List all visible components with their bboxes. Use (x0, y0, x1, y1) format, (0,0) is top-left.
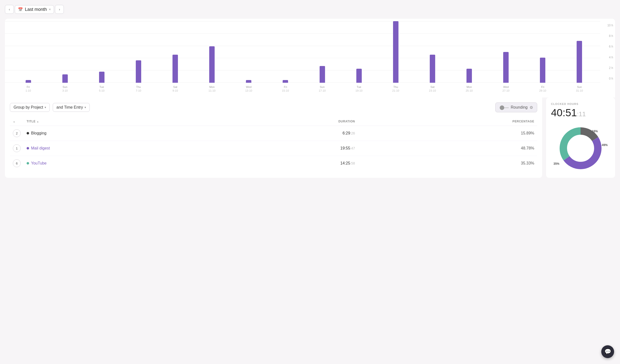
project-title[interactable]: YouTube (31, 161, 47, 165)
y-axis-labels: 10 h 8 h 6 h 4 h 2 h 0 h (607, 21, 613, 83)
data-table: ⌄ TITLE ▲ DURATION PERCENTAGE 2 (10, 117, 537, 171)
col-toggle: ⌄ (10, 117, 24, 126)
duration-sec: :47 (350, 146, 355, 150)
calendar-icon: 📅 (18, 7, 23, 12)
stats-panel: CLOCKED HOURS 40:51:11 16% 49% 35% (546, 98, 615, 178)
bar-group (377, 21, 414, 83)
chat-button[interactable]: 💬 (601, 345, 614, 358)
col-duration-header: DURATION (212, 117, 358, 126)
donut-label-16: 16% (592, 130, 598, 133)
table-row: 1 Mail digest 19:55:47 48.78% (10, 141, 537, 156)
close-icon[interactable]: × (49, 7, 51, 11)
bar-group (488, 21, 524, 83)
duration-main: 14:25 (340, 161, 350, 165)
next-button[interactable]: › (55, 5, 64, 14)
bar-group (10, 21, 47, 83)
row-num-cell: 6 (10, 156, 24, 171)
bar-group (524, 21, 561, 83)
table-controls: Group by Project ▾ and Time Entry ▾ ⬤— R… (10, 102, 537, 112)
row-percentage-cell: 48.78% (358, 141, 537, 156)
bar-group (120, 21, 157, 83)
table-body: 2 Blogging 6:29:26 15.89% 1 Mail digest … (10, 126, 537, 171)
time-sec: :11 (577, 110, 586, 118)
row-percentage-cell: 15.89% (358, 126, 537, 141)
col-percentage-header: PERCENTAGE (358, 117, 537, 126)
project-name: Blogging (27, 131, 209, 135)
collapse-icon[interactable]: ⌄ (13, 120, 16, 123)
y-label-10h: 10 h (607, 24, 613, 27)
row-num-cell: 1 (10, 141, 24, 156)
donut-chart: 16% 49% 35% (556, 124, 605, 173)
bar-group (267, 21, 304, 83)
group-by-label: Group by Project (14, 105, 43, 110)
row-number: 1 (13, 144, 21, 152)
x-axis-labels: Fri1-10Sun3-10Tue5-10Thu7-10Sat9-10Mon11… (10, 84, 598, 97)
sort-icon: ▲ (36, 120, 39, 123)
table-header-row: ⌄ TITLE ▲ DURATION PERCENTAGE (10, 117, 537, 126)
bar-x-label: Fri15-10 (267, 84, 304, 97)
donut-svg (556, 124, 605, 173)
dot-icon (27, 162, 29, 165)
bars-area (10, 21, 598, 83)
bar-group (414, 21, 451, 83)
bar-x-label: Sat23-10 (414, 84, 451, 97)
bar (577, 41, 582, 83)
bar (62, 74, 68, 83)
row-duration-cell: 14:25:58 (212, 156, 358, 171)
y-label-2h: 2 h (607, 66, 613, 70)
gear-icon: ⚙ (530, 105, 533, 110)
bar-x-label: Tue5-10 (83, 84, 120, 97)
rounding-button[interactable]: ⬤— Rounding ⚙ (495, 102, 537, 112)
bar (466, 69, 472, 83)
row-title-cell: YouTube (24, 156, 212, 171)
bar-x-label: Sun31-10 (561, 84, 598, 97)
date-pill[interactable]: 📅 Last month × (15, 5, 54, 14)
bar-x-label: Sun3-10 (47, 84, 83, 97)
bar (283, 80, 288, 83)
dot-icon (27, 132, 29, 134)
group-by-dropdown[interactable]: Group by Project ▾ (10, 103, 50, 112)
project-title[interactable]: Mail digest (31, 146, 50, 150)
time-entry-dropdown[interactable]: and Time Entry ▾ (53, 103, 90, 112)
duration-main: 19:55 (340, 146, 350, 150)
toggle-icon: ⬤— (499, 105, 509, 110)
donut-label-49: 49% (602, 143, 608, 147)
project-name: Mail digest (27, 146, 209, 150)
bottom-section: Group by Project ▾ and Time Entry ▾ ⬤— R… (5, 98, 615, 178)
duration-sec: :26 (350, 131, 355, 135)
duration-main: 6:29 (343, 131, 350, 135)
y-label-8h: 8 h (607, 34, 613, 38)
bar-group (304, 21, 341, 83)
bar (136, 60, 141, 83)
date-label: Last month (25, 7, 47, 12)
bar (246, 80, 251, 83)
chat-icon: 💬 (604, 348, 611, 355)
bar-x-label: Fri1-10 (10, 84, 47, 97)
bar-x-label: Tue19-10 (341, 84, 377, 97)
bar-x-label: Mon11-10 (194, 84, 230, 97)
time-main: 40:51 (551, 107, 577, 118)
chart-container: 10 h 8 h 6 h 4 h 2 h 0 h Fri1-10Sun3-10T… (5, 19, 615, 98)
row-percentage-cell: 35.33% (358, 156, 537, 171)
bar-x-label: Thu7-10 (120, 84, 157, 97)
bar (26, 80, 31, 83)
row-title-cell: Blogging (24, 126, 212, 141)
bar-group (83, 21, 120, 83)
col-title-header[interactable]: TITLE ▲ (24, 117, 212, 126)
bar-x-label: Wed13-10 (230, 84, 267, 97)
bar-group (561, 21, 598, 83)
bar (393, 21, 398, 83)
row-duration-cell: 6:29:26 (212, 126, 358, 141)
bar-group (451, 21, 488, 83)
table-section: Group by Project ▾ and Time Entry ▾ ⬤— R… (5, 98, 542, 178)
bar (320, 66, 325, 83)
bar-x-label: Sun17-10 (304, 84, 341, 97)
bar (430, 55, 435, 83)
bar (503, 52, 509, 83)
bar (356, 69, 362, 83)
row-duration-cell: 19:55:47 (212, 141, 358, 156)
row-number: 6 (13, 159, 21, 167)
prev-button[interactable]: ‹ (5, 5, 14, 14)
y-label-0h: 0 h (607, 77, 613, 80)
donut-label-35: 35% (553, 162, 559, 165)
